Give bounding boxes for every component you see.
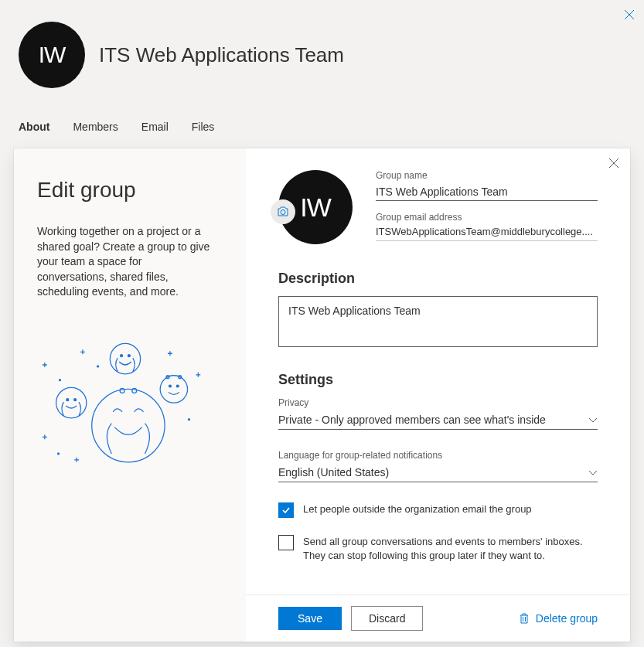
chevron-down-icon <box>588 466 598 478</box>
language-select[interactable]: English (United States) <box>278 463 598 482</box>
svg-point-17 <box>189 419 190 421</box>
tab-members[interactable]: Members <box>73 121 118 133</box>
svg-point-9 <box>66 399 69 401</box>
delete-group-button[interactable]: Delete group <box>519 612 598 625</box>
page-tabs: About Members Email Files <box>0 88 644 133</box>
send-all-checkbox[interactable] <box>278 535 294 550</box>
group-email-label: Group email address <box>376 212 598 223</box>
delete-group-label: Delete group <box>536 612 598 625</box>
group-name-input[interactable] <box>376 183 598 201</box>
svg-point-3 <box>120 388 124 393</box>
svg-point-7 <box>128 355 130 357</box>
page-close-button[interactable] <box>624 8 635 24</box>
privacy-value: Private - Only approved members can see … <box>278 414 546 426</box>
external-email-checkbox[interactable] <box>278 502 294 518</box>
chevron-down-icon <box>588 414 598 426</box>
modal-footer: Save Discard Delete group <box>246 594 630 642</box>
svg-point-11 <box>160 376 187 403</box>
language-label: Language for group-related notifications <box>278 450 598 461</box>
svg-point-12 <box>169 385 171 387</box>
edit-group-modal: Edit group Working together on a project… <box>14 148 630 642</box>
check-icon <box>281 505 291 516</box>
privacy-select[interactable]: Private - Only approved members can see … <box>278 410 598 430</box>
modal-close-button[interactable] <box>608 158 619 172</box>
avatar-initials: IW <box>39 42 66 68</box>
privacy-label: Privacy <box>278 397 598 408</box>
people-illustration-icon <box>37 342 212 474</box>
description-heading: Description <box>278 271 598 287</box>
svg-point-6 <box>121 355 123 357</box>
svg-point-19 <box>97 366 99 367</box>
illustration <box>37 342 212 474</box>
name-email-fields: Group name Group email address ITSWebApp… <box>376 170 598 252</box>
tab-files[interactable]: Files <box>192 121 215 133</box>
change-photo-button[interactable] <box>271 199 295 224</box>
page-title: ITS Web Applications Team <box>99 43 344 67</box>
save-button[interactable]: Save <box>278 607 342 630</box>
svg-point-4 <box>132 388 137 393</box>
tab-about[interactable]: About <box>19 121 49 133</box>
tab-email[interactable]: Email <box>141 121 169 133</box>
svg-point-10 <box>74 399 77 401</box>
close-icon <box>608 158 619 169</box>
modal-body: IW Group name Group email address ITSWeb… <box>246 148 630 594</box>
avatar-editor: IW <box>278 170 353 244</box>
discard-button[interactable]: Discard <box>351 606 423 631</box>
svg-point-8 <box>56 387 87 417</box>
description-textarea[interactable] <box>278 296 598 347</box>
modal-title: Edit group <box>37 178 212 203</box>
group-name-label: Group name <box>376 170 598 181</box>
avatar-initials: IW <box>300 192 331 223</box>
camera-icon <box>277 206 289 217</box>
group-email-value: ITSWebApplicationsTeam@middleburycollege… <box>376 225 598 241</box>
svg-point-13 <box>176 385 179 387</box>
send-all-label: Send all group conversations and events … <box>303 535 598 563</box>
modal-sidebar: Edit group Working together on a project… <box>14 148 246 642</box>
svg-point-18 <box>58 453 60 455</box>
language-value: English (United States) <box>278 466 389 478</box>
modal-intro: Working together on a project or a share… <box>37 224 212 300</box>
svg-point-2 <box>92 389 165 461</box>
svg-point-22 <box>281 210 285 215</box>
external-email-label: Let people outside the organization emai… <box>303 502 532 516</box>
modal-content: IW Group name Group email address ITSWeb… <box>246 148 630 642</box>
close-icon <box>624 9 635 20</box>
settings-heading: Settings <box>278 372 598 388</box>
svg-point-16 <box>59 380 60 381</box>
svg-point-5 <box>110 343 140 373</box>
trash-icon <box>519 612 530 625</box>
group-avatar: IW <box>19 22 85 88</box>
